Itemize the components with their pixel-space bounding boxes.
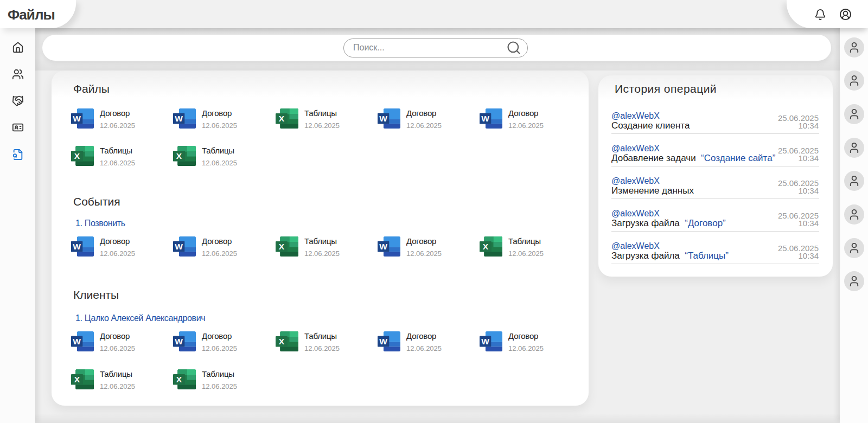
svg-text:X: X bbox=[74, 375, 80, 384]
svg-text:W: W bbox=[73, 242, 81, 251]
svg-text:X: X bbox=[279, 337, 285, 346]
svg-text:W: W bbox=[175, 242, 183, 251]
svg-text:W: W bbox=[379, 242, 387, 251]
svg-text:W: W bbox=[73, 337, 81, 346]
svg-text:W: W bbox=[481, 337, 489, 346]
svg-text:W: W bbox=[481, 114, 489, 123]
svg-text:W: W bbox=[175, 114, 183, 123]
svg-text:X: X bbox=[279, 242, 285, 251]
svg-text:X: X bbox=[74, 151, 80, 161]
svg-text:W: W bbox=[175, 337, 183, 346]
svg-text:X: X bbox=[483, 242, 489, 251]
svg-text:X: X bbox=[279, 114, 285, 123]
svg-text:X: X bbox=[176, 151, 182, 161]
svg-text:W: W bbox=[73, 114, 81, 123]
svg-text:X: X bbox=[176, 375, 182, 384]
svg-text:W: W bbox=[379, 337, 387, 346]
svg-text:W: W bbox=[379, 114, 387, 123]
